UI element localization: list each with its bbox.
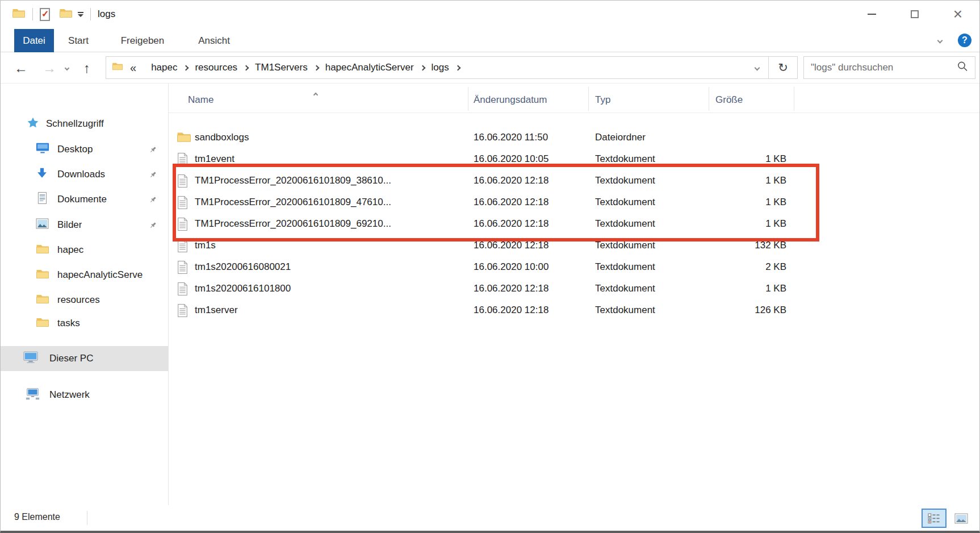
close-button[interactable]: × [936, 1, 979, 28]
text-file-icon [177, 217, 189, 234]
sidebar-item-network[interactable]: Netzwerk [1, 384, 168, 406]
sidebar-item-this-pc[interactable]: Dieser PC [1, 346, 168, 371]
sidebar-item-resources[interactable]: resources [1, 289, 168, 311]
sidebar-item-pictures[interactable]: Bilder [1, 214, 168, 236]
file-name: tm1s [195, 240, 216, 251]
file-row-tm1s[interactable]: tm1s 16.06.2020 12:18 Textdokument 132 K… [169, 235, 979, 257]
file-row-tm1event[interactable]: tm1event 16.06.2020 10:05 Textdokument 1… [169, 149, 979, 170]
picture-icon [36, 218, 49, 232]
details-view-button[interactable] [922, 509, 947, 528]
search-box [803, 56, 975, 79]
breadcrumb-segment[interactable]: resources [195, 62, 237, 73]
sidebar-item-label: Dieser PC [49, 353, 93, 364]
up-button[interactable]: ↑ [83, 52, 90, 84]
text-file-icon [177, 282, 189, 299]
minimize-button[interactable] [850, 1, 893, 28]
breadcrumb-collapsed-marker[interactable]: « [130, 61, 136, 74]
pin-icon [149, 220, 157, 232]
column-separator[interactable] [468, 87, 468, 111]
sidebar-item-label: hapec [57, 244, 83, 256]
file-row-tm1processerror-69210[interactable]: TM1ProcessError_20200616101809_69210... … [169, 214, 979, 235]
file-modified: 16.06.2020 12:18 [474, 197, 548, 208]
column-separator[interactable] [709, 87, 709, 111]
file-name: tm1server [195, 305, 238, 316]
sidebar-item-hapecanalyticserver[interactable]: hapecAnalyticServe [1, 264, 168, 286]
folder-icon[interactable] [59, 7, 73, 22]
text-file-icon [177, 260, 189, 277]
file-row-tm1server[interactable]: tm1server 16.06.2020 12:18 Textdokument … [169, 300, 979, 322]
explorer-window: ✓ logs × Datei Start Freigeben Ansicht ?… [0, 0, 980, 533]
sidebar-item-label: Schnellzugriff [46, 118, 104, 130]
breadcrumb-segment[interactable]: TM1Servers [255, 62, 308, 73]
toolbar-separator [32, 8, 33, 20]
maximize-button[interactable] [893, 1, 936, 28]
file-row-tm1s20200616101800[interactable]: tm1s20200616101800 16.06.2020 12:18 Text… [169, 278, 979, 300]
sidebar-item-desktop[interactable]: Desktop [1, 138, 168, 161]
close-icon: × [953, 6, 962, 22]
back-button[interactable]: ← [14, 52, 28, 84]
column-header-modified[interactable]: Änderungsdatum [474, 94, 547, 106]
file-row-tm1s20200616080021[interactable]: tm1s20200616080021 16.06.2020 10:00 Text… [169, 257, 979, 278]
column-header-size[interactable]: Größe [715, 94, 743, 106]
search-input[interactable] [811, 62, 957, 73]
breadcrumb-chevron-icon[interactable] [455, 65, 460, 70]
column-separator[interactable] [588, 87, 589, 111]
sidebar-item-quick-access[interactable]: Schnellzugriff [1, 113, 168, 135]
address-dropdown-chevron-icon[interactable] [755, 65, 760, 70]
breadcrumb-segment[interactable]: logs [432, 62, 449, 73]
column-header-type[interactable]: Typ [595, 94, 610, 106]
file-modified: 16.06.2020 12:18 [474, 240, 548, 251]
sidebar-item-tasks[interactable]: tasks [1, 312, 168, 335]
file-modified: 16.06.2020 11:50 [474, 132, 548, 143]
tab-view[interactable]: Ansicht [191, 29, 237, 52]
refresh-button[interactable]: ↻ [769, 56, 797, 79]
breadcrumb-chevron-icon[interactable] [313, 65, 319, 70]
folder-icon [36, 243, 49, 257]
breadcrumb-segment[interactable]: hapecAnalyticServer [325, 62, 414, 73]
file-size: 2 KB [701, 261, 786, 273]
thumbnail-view-button[interactable] [949, 509, 974, 528]
desktop-icon [36, 142, 49, 157]
recent-locations-chevron-icon[interactable] [65, 52, 69, 84]
file-name: TM1ProcessError_20200616101809_69210... [195, 218, 391, 230]
sidebar-item-hapec[interactable]: hapec [1, 239, 168, 261]
file-name: tm1s20200616101800 [195, 283, 291, 294]
file-modified: 16.06.2020 10:05 [474, 153, 548, 165]
maximize-icon [911, 10, 919, 18]
file-row-tm1processerror-38610[interactable]: TM1ProcessError_20200616101809_38610... … [169, 170, 979, 192]
file-size: 1 KB [701, 218, 786, 230]
column-header-name[interactable]: Name [188, 94, 213, 106]
breadcrumb-chevron-icon[interactable] [420, 65, 425, 70]
search-icon[interactable] [957, 61, 968, 75]
window-title: logs [98, 9, 115, 20]
address-bar[interactable]: « hapec resources TM1Servers hapecAnalyt… [106, 56, 798, 79]
folder-icon [36, 268, 49, 282]
checked-document-icon[interactable]: ✓ [40, 8, 50, 21]
file-type: Dateiordner [595, 132, 646, 143]
file-size: 1 KB [701, 175, 786, 186]
file-size: 1 KB [701, 283, 786, 294]
sidebar-item-documents[interactable]: Dokumente [1, 188, 168, 211]
tab-share[interactable]: Freigeben [115, 29, 170, 52]
tab-start[interactable]: Start [60, 29, 97, 52]
file-row-tm1processerror-47610[interactable]: TM1ProcessError_20200616101809_47610... … [169, 192, 979, 214]
file-name: tm1event [195, 153, 234, 165]
forward-button[interactable]: → [43, 52, 56, 84]
folder-icon [12, 7, 26, 22]
sidebar-item-downloads[interactable]: Downloads [1, 163, 168, 186]
help-button[interactable]: ? [958, 34, 971, 47]
file-row-sandboxlogs[interactable]: sandboxlogs 16.06.2020 11:50 Dateiordner [169, 127, 979, 149]
breadcrumb-chevron-icon[interactable] [244, 65, 249, 70]
file-modified: 16.06.2020 12:18 [474, 218, 548, 230]
file-size: 132 KB [701, 240, 786, 251]
breadcrumb-chevron-icon[interactable] [183, 65, 189, 70]
file-size: 1 KB [701, 153, 786, 165]
text-file-icon [177, 195, 189, 213]
breadcrumb-segment[interactable]: hapec [151, 62, 177, 73]
customize-toolbar-caret-icon[interactable] [78, 12, 83, 17]
tab-file[interactable]: Datei [14, 29, 54, 52]
folder-icon [112, 61, 123, 74]
minimize-ribbon-chevron-icon[interactable] [937, 38, 943, 44]
file-modified: 16.06.2020 12:18 [474, 305, 548, 316]
column-separator[interactable] [794, 87, 794, 111]
